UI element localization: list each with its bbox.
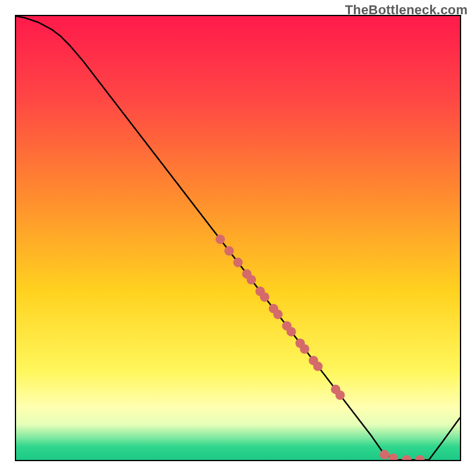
- data-point: [415, 455, 425, 460]
- data-points-group: [215, 234, 425, 460]
- plot-area: [15, 15, 461, 461]
- curve-svg: [16, 16, 460, 460]
- chart-container: TheBottleneck.com: [0, 0, 476, 476]
- data-point: [287, 327, 296, 336]
- data-point: [224, 246, 234, 256]
- data-point: [300, 345, 309, 354]
- data-point: [233, 258, 243, 267]
- data-point: [336, 390, 345, 400]
- bottleneck-curve: [16, 16, 460, 460]
- data-point: [402, 455, 412, 460]
- data-point: [215, 234, 225, 244]
- data-point: [313, 362, 322, 371]
- data-point: [260, 292, 270, 302]
- data-point: [273, 309, 283, 319]
- data-point: [380, 450, 389, 459]
- data-point: [389, 453, 398, 460]
- data-point: [246, 275, 256, 284]
